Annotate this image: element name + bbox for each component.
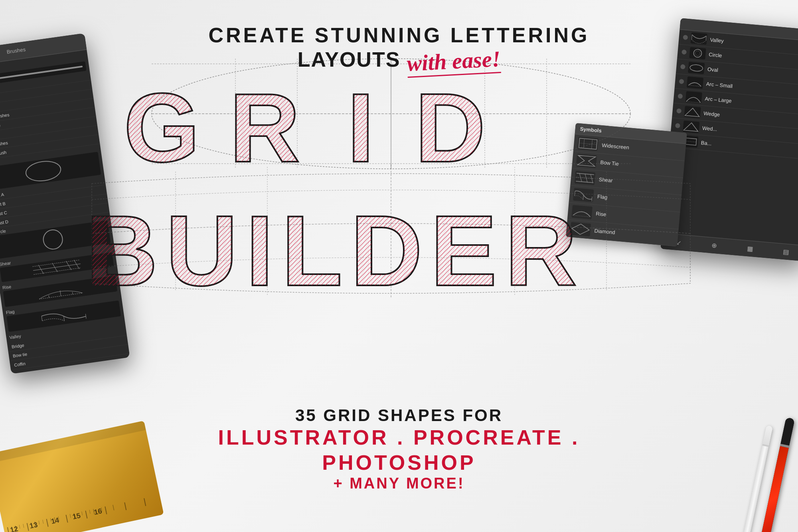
svg-line-75 [85, 510, 87, 518]
grid-guides-top [152, 59, 630, 169]
bottom-text-area: 35 GRID SHAPES FOR ILLUSTRATOR . PROCREA… [160, 406, 638, 492]
svg-line-4 [52, 263, 57, 273]
main-artwork: G R I D G R I D BUILDER BUILDER [72, 56, 710, 327]
letter-D-sketch: D [415, 73, 486, 182]
svg-line-12 [64, 316, 65, 321]
bottom-tagline: 35 GRID SHAPES FOR [160, 406, 638, 425]
svg-line-14 [691, 35, 692, 40]
heading-line2-static: LAYOUTS [298, 47, 401, 71]
heading-cursive: with ease! [406, 46, 501, 76]
word-BUILDER-sketch: BUILDER [86, 195, 585, 307]
svg-line-72 [70, 514, 71, 518]
svg-line-70 [58, 516, 59, 520]
svg-line-82 [144, 498, 146, 506]
svg-line-81 [124, 502, 126, 510]
svg-line-73 [74, 513, 75, 519]
bottom-more: + MANY MORE! [160, 475, 638, 492]
svg-line-3 [38, 264, 43, 274]
svg-line-67 [47, 519, 48, 527]
letter-G-sketch: G [124, 73, 200, 182]
svg-line-76 [89, 510, 90, 514]
svg-line-57 [8, 527, 9, 532]
svg-line-77 [93, 509, 95, 514]
svg-line-64 [35, 521, 36, 527]
toolbar-icon-2[interactable]: ⊕ [711, 241, 717, 249]
letter-I-sketch: I [347, 73, 374, 182]
toolbar-icon-4[interactable]: ▤ [783, 248, 790, 256]
svg-line-80 [113, 505, 114, 510]
svg-line-65 [39, 520, 40, 524]
svg-line-15 [706, 36, 706, 41]
heading-line1: CREATE STUNNING LETTERING [208, 24, 589, 47]
toolbar-icon-3[interactable]: ▦ [747, 245, 753, 253]
main-artwork-svg: G R I D G R I D BUILDER BUILDER [72, 56, 710, 327]
svg-line-68 [50, 518, 51, 522]
symbol-valley-thumb [691, 32, 707, 45]
tab-brushes[interactable]: Brushes [6, 45, 26, 57]
letter-R-sketch: R [229, 73, 300, 182]
svg-line-78 [101, 507, 102, 511]
svg-line-66 [43, 520, 43, 524]
svg-line-63 [31, 522, 32, 526]
svg-line-74 [82, 511, 83, 515]
svg-line-11 [41, 316, 42, 321]
symbol-circle-dot [681, 49, 687, 55]
svg-line-60 [19, 525, 20, 529]
symbol-circle-label: Circle [709, 51, 722, 58]
svg-line-71 [66, 515, 67, 523]
svg-line-61 [23, 524, 24, 528]
svg-line-8 [49, 295, 49, 298]
svg-point-17 [695, 51, 700, 56]
svg-line-62 [27, 523, 29, 531]
svg-line-5 [66, 261, 71, 271]
svg-line-69 [54, 517, 55, 523]
symbol-valley-label: Valley [710, 37, 724, 44]
svg-line-79 [105, 506, 107, 514]
symbol-valley-dot [683, 35, 688, 40]
bottom-apps: ILLUSTRATOR . PROCREATE . PHOTOSHOP [160, 425, 638, 475]
svg-line-58 [11, 526, 12, 530]
svg-line-59 [15, 526, 16, 531]
heading-area: CREATE STUNNING LETTERING LAYOUTS with e… [208, 24, 589, 72]
